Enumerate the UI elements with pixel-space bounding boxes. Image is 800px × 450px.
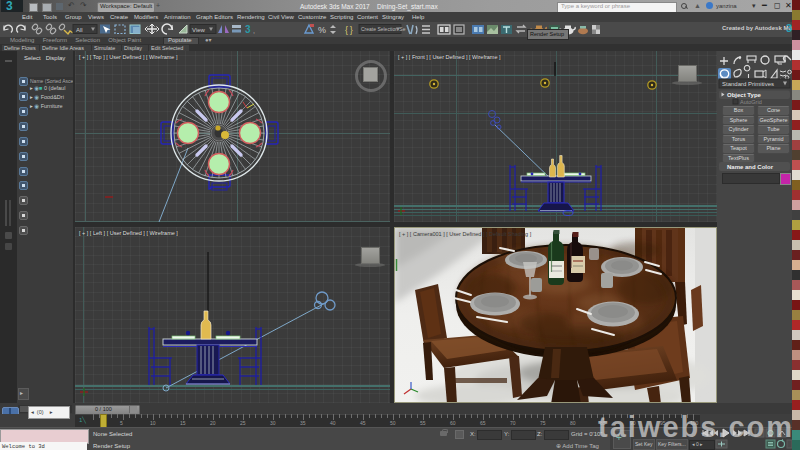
svg-text:,: , — [253, 27, 255, 34]
svg-text:Object Type: Object Type — [727, 92, 762, 98]
svg-text:AutoGrid: AutoGrid — [740, 99, 762, 105]
svg-text:View: View — [192, 27, 206, 33]
svg-text:All: All — [76, 27, 83, 33]
svg-text:3: 3 — [245, 24, 251, 35]
svg-text:Standard Primitives: Standard Primitives — [722, 81, 774, 87]
svg-text:%: % — [318, 25, 326, 35]
svg-text:{ }: { } — [345, 25, 353, 35]
